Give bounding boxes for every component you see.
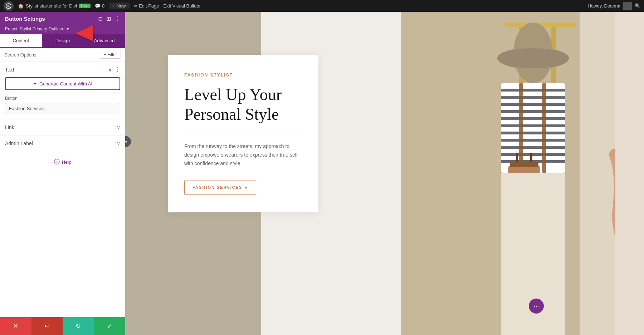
tab-content[interactable]: Content <box>0 34 42 48</box>
cta-arrow-icon: ▸ <box>245 185 248 190</box>
filter-button[interactable]: + Filter <box>100 51 121 59</box>
svg-rect-18 <box>501 139 565 142</box>
cancel-icon: ✕ <box>13 322 18 330</box>
comment-count[interactable]: 💬 0 <box>95 3 104 9</box>
ai-icon: ✦ <box>33 81 37 87</box>
help-icon: ⓘ <box>54 158 60 166</box>
comment-icon: 💬 <box>95 3 101 9</box>
text-section-menu[interactable]: ⋮ <box>114 66 120 73</box>
link-chevron: ∨ <box>117 124 120 130</box>
text-section-header[interactable]: Text ∧ ⋮ <box>0 62 125 76</box>
screenshot-icon[interactable]: ⊙ <box>98 15 103 22</box>
svg-rect-22 <box>519 83 523 173</box>
floating-menu-button[interactable]: ··· <box>529 299 544 314</box>
undo-icon: ↩ <box>44 322 50 330</box>
svg-rect-19 <box>501 146 565 149</box>
layout-icon[interactable]: ⊞ <box>106 15 111 22</box>
settings-tabs: Content Design Advanced <box>0 34 125 48</box>
undo-button[interactable]: ↩ <box>31 317 63 335</box>
svg-rect-16 <box>501 124 565 127</box>
user-info: Howdy, Deanna 🔍 <box>587 2 640 10</box>
preset-label: Preset: Stylist Primary Outlined <box>5 26 64 31</box>
text-chevron-up: ∧ <box>108 67 112 73</box>
button-field-label: Button <box>5 96 120 101</box>
search-icon[interactable]: 🔍 <box>635 3 640 9</box>
cancel-button[interactable]: ✕ <box>0 317 31 335</box>
edit-page-button[interactable]: ✏ Edit Page <box>134 3 159 9</box>
admin-label-header[interactable]: Admin Label ∨ <box>0 136 125 151</box>
svg-rect-14 <box>501 110 565 113</box>
search-input[interactable] <box>4 52 97 58</box>
button-field-group: Button <box>0 94 125 119</box>
sidebar: Button Settings ⊙ ⊞ ⋮ Preset: Stylist Pr… <box>0 12 125 335</box>
help-row[interactable]: ⓘ Help <box>0 151 125 173</box>
svg-rect-11 <box>501 89 565 92</box>
preset-selector[interactable]: Preset: Stylist Primary Outlined ▼ <box>0 25 125 34</box>
three-dots-icon: ··· <box>533 302 539 310</box>
photo-area <box>401 12 644 335</box>
builder-background: FASHION STYLIST Level Up Your Personal S… <box>125 12 644 335</box>
settings-title: Button Settings <box>5 16 45 22</box>
preset-chevron: ▼ <box>66 27 70 31</box>
save-icon: ✓ <box>107 322 112 330</box>
help-label: Help <box>62 159 72 165</box>
svg-rect-15 <box>501 117 565 120</box>
svg-rect-17 <box>501 132 565 134</box>
exit-visual-builder-button[interactable]: Exit Visual Builder <box>164 3 201 9</box>
generate-ai-button[interactable]: ✦ Generate Content With AI <box>5 77 120 90</box>
user-avatar <box>623 2 632 10</box>
more-icon[interactable]: ⋮ <box>114 15 120 22</box>
red-arrow-indicator <box>75 25 93 41</box>
main-content: FASHION STYLIST Level Up Your Personal S… <box>125 12 644 335</box>
button-text-input[interactable] <box>5 103 120 114</box>
new-button[interactable]: + New <box>109 3 129 9</box>
svg-rect-25 <box>510 162 538 167</box>
hero-description: From the runway to the streets, my appro… <box>184 142 302 168</box>
save-button[interactable]: ✓ <box>94 317 126 335</box>
hero-cta-button[interactable]: FASHION SERVICES ▸ <box>184 181 256 194</box>
top-bar: W 🏠 Stylist starter site for Divi Live 💬… <box>0 0 644 12</box>
redo-button[interactable]: ↻ <box>63 317 94 335</box>
svg-rect-13 <box>501 103 565 106</box>
link-title: Link <box>5 124 14 130</box>
header-icons: ⊙ ⊞ ⋮ <box>98 15 120 22</box>
admin-label-section: Admin Label ∨ <box>0 135 125 151</box>
search-row: + Filter <box>0 48 125 62</box>
right-edge-panel <box>615 12 644 335</box>
svg-rect-20 <box>501 153 565 156</box>
redo-icon: ↻ <box>75 322 81 330</box>
svg-text:W: W <box>7 5 10 8</box>
site-icon: 🏠 <box>18 3 24 9</box>
settings-header: Button Settings ⊙ ⊞ ⋮ <box>0 12 125 25</box>
admin-label-title: Admin Label <box>5 141 33 146</box>
hero-subtitle: FASHION STYLIST <box>184 73 302 78</box>
site-name[interactable]: 🏠 Stylist starter site for Divi Live <box>18 3 91 9</box>
hero-card: FASHION STYLIST Level Up Your Personal S… <box>168 55 318 212</box>
link-section-header[interactable]: Link ∨ <box>0 119 125 135</box>
live-badge: Live <box>79 4 91 8</box>
svg-rect-12 <box>501 96 565 99</box>
svg-rect-23 <box>542 83 546 173</box>
hero-title: Level Up Your Personal Style <box>184 85 302 124</box>
link-section: Link ∨ <box>0 119 125 135</box>
wp-logo[interactable]: W <box>4 1 14 11</box>
svg-point-9 <box>497 48 569 68</box>
text-section-title: Text <box>5 67 14 73</box>
admin-chevron: ∨ <box>117 141 120 146</box>
bottom-bar: ✕ ↩ ↻ ✓ <box>0 317 125 335</box>
hero-divider <box>184 133 302 133</box>
